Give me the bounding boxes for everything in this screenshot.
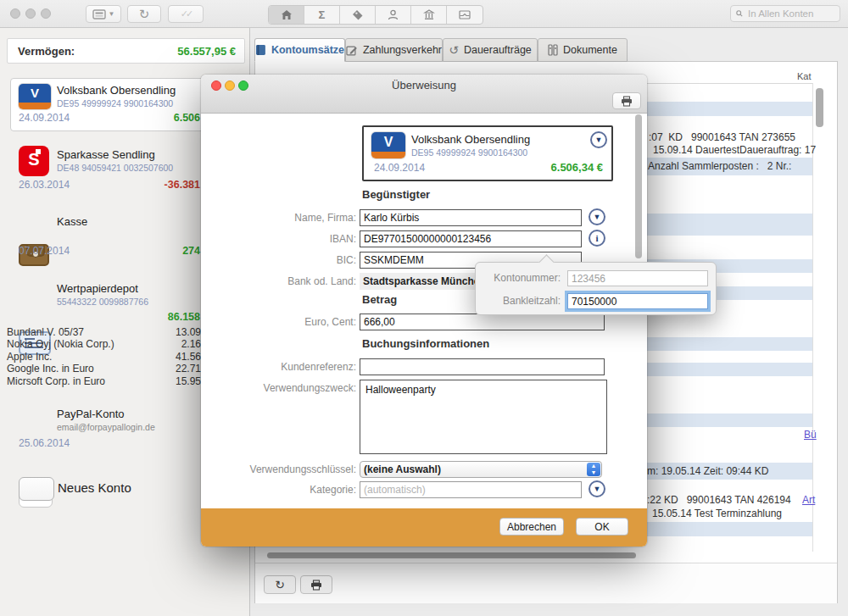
cancel-button[interactable]: Abbrechen bbox=[499, 518, 564, 536]
binder-icon bbox=[548, 44, 558, 56]
segment-mail[interactable] bbox=[447, 6, 483, 24]
refresh-icon: ↻ bbox=[275, 578, 285, 591]
account-date: 24.09.2014 bbox=[19, 112, 70, 124]
name-dropdown-icon[interactable]: ▼ bbox=[589, 208, 605, 225]
stock-value: 2.16 bbox=[150, 338, 201, 350]
tab-label: Dokumente bbox=[563, 44, 617, 56]
kontonummer-label: Kontonummer: bbox=[476, 272, 561, 284]
dialog-print-button[interactable] bbox=[612, 92, 641, 109]
purpose-textarea[interactable] bbox=[360, 380, 607, 454]
book-icon bbox=[255, 44, 266, 56]
tab-dauerauftraege[interactable]: ↺ Daueraufträge bbox=[443, 38, 538, 62]
window-minimize-button[interactable] bbox=[25, 8, 36, 19]
stock-row[interactable]: Google Inc. in Euro bbox=[7, 363, 94, 375]
account-name: Wertpapierdepot bbox=[57, 282, 138, 295]
mark-all-button[interactable]: ✓✓ bbox=[168, 5, 204, 23]
sigma-icon: Σ bbox=[319, 8, 326, 21]
tab-label: Daueraufträge bbox=[464, 44, 532, 56]
dialog-footer: Abbrechen OK bbox=[201, 508, 647, 547]
total-assets-panel: Vermögen: 56.557,95 € bbox=[7, 38, 245, 64]
tab-label: Zahlungsverkehr bbox=[363, 44, 442, 56]
new-transaction-button[interactable]: ▼ bbox=[86, 5, 121, 23]
volksbank-logo-icon: V bbox=[371, 132, 405, 158]
ok-button[interactable]: OK bbox=[576, 518, 628, 536]
field-label: Name, Firma: bbox=[201, 212, 356, 224]
tab-kontoumsaetze[interactable]: Kontoumsätze bbox=[254, 38, 345, 62]
category-link[interactable]: Bü bbox=[804, 429, 817, 441]
purpose-key-select[interactable]: (keine Auswahl) ▲▼ bbox=[360, 461, 602, 478]
segment-banks[interactable] bbox=[411, 6, 447, 24]
double-check-icon: ✓✓ bbox=[181, 8, 191, 19]
source-account-selector[interactable]: V Volksbank Obersendling DE95 49999924 9… bbox=[362, 125, 613, 181]
iban-input[interactable] bbox=[360, 230, 582, 247]
source-account-name: Volksbank Obersendling bbox=[411, 133, 530, 146]
window-zoom-button[interactable] bbox=[41, 8, 51, 19]
bankleitzahl-label: Bankleitzahl: bbox=[476, 295, 561, 307]
tab-dokumente[interactable]: Dokumente bbox=[538, 38, 628, 62]
account-iban: DE48 94059421 0032507600 bbox=[57, 163, 173, 173]
transaction-text: :22 KD 99001643 TAN 426194 bbox=[647, 494, 791, 506]
account-dropdown-icon[interactable]: ▼ bbox=[590, 131, 607, 148]
stock-row[interactable]: Micrsoft Corp. in Euro bbox=[7, 375, 105, 387]
refresh-button[interactable]: ↻ bbox=[127, 5, 161, 23]
field-label: Kategorie: bbox=[201, 484, 356, 496]
account-name: Volksbank Obersendling bbox=[57, 84, 176, 97]
field-label: Bank od. Land: bbox=[201, 275, 356, 287]
category-input[interactable] bbox=[360, 481, 582, 498]
dialog-titlebar: Überweisung bbox=[201, 75, 647, 114]
view-segmented-control: Σ bbox=[268, 5, 483, 25]
stock-value: 13.09 bbox=[150, 326, 201, 338]
category-dropdown-icon[interactable]: ▼ bbox=[589, 480, 605, 497]
account-balance: 86.158 bbox=[76, 311, 200, 323]
transaction-text: m: 19.05.14 Zeit: 09:44 KD bbox=[647, 465, 768, 477]
iban-info-icon[interactable]: i bbox=[589, 230, 605, 247]
horizontal-scrollbar[interactable] bbox=[267, 552, 636, 558]
tab-zahlungsverkehr[interactable]: Zahlungsverkehr bbox=[345, 38, 443, 62]
person-icon bbox=[388, 9, 399, 20]
segment-tags[interactable] bbox=[340, 6, 376, 24]
account-balance: -36.381 bbox=[76, 179, 200, 191]
chevron-down-icon: ▼ bbox=[109, 10, 115, 18]
account-balance: 274 bbox=[76, 245, 200, 257]
category-link[interactable]: Art bbox=[802, 494, 815, 506]
stock-value: 22.71 bbox=[150, 363, 201, 375]
amount-input[interactable] bbox=[360, 314, 605, 330]
refresh-icon: ↻ bbox=[139, 7, 150, 22]
stock-row[interactable]: Apple Inc. bbox=[7, 351, 52, 363]
section-beneficiary: Begünstigter bbox=[362, 188, 430, 201]
stock-row[interactable]: Nokia Oyj (Nokia Corp.) bbox=[7, 338, 114, 350]
stock-value: 41.56 bbox=[150, 351, 201, 363]
transaction-text: Anzahl Sammlerposten : 2 Nr.: bbox=[648, 160, 791, 172]
segment-home[interactable] bbox=[269, 6, 304, 24]
customer-reference-input[interactable] bbox=[360, 358, 605, 375]
beneficiary-name-input[interactable] bbox=[360, 209, 582, 226]
window-close-button[interactable] bbox=[10, 8, 20, 19]
transaction-text: 15.05.14 Test Terminzahlung bbox=[652, 508, 782, 519]
field-label: BIC: bbox=[201, 254, 356, 266]
stock-row[interactable]: Bundanl.V. 05/37 bbox=[7, 326, 84, 338]
tag-icon bbox=[352, 9, 364, 21]
print-list-button[interactable] bbox=[300, 575, 332, 594]
account-email: email@forpaypallogin.de bbox=[57, 422, 155, 432]
account-balance: 6.506 bbox=[76, 112, 200, 124]
stock-value: 15.95 bbox=[150, 375, 201, 387]
segment-contacts[interactable] bbox=[376, 6, 411, 24]
vertical-scrollbar[interactable] bbox=[816, 88, 823, 127]
segment-reports[interactable]: Σ bbox=[304, 6, 340, 24]
window-titlebar: ▼ ↻ ✓✓ Σ bbox=[0, 0, 848, 28]
printer-icon bbox=[310, 580, 322, 591]
section-booking: Buchungsinformationen bbox=[362, 337, 489, 350]
account-date: 26.03.2014 bbox=[19, 179, 70, 191]
refresh-account-button[interactable]: ↻ bbox=[264, 575, 296, 594]
section-amount: Betrag bbox=[362, 293, 397, 306]
banking-app-window: ▼ ↻ ✓✓ Σ bbox=[0, 0, 848, 616]
new-account-icon bbox=[19, 477, 54, 501]
new-account-label: Neues Konto bbox=[58, 480, 131, 495]
kontonummer-input[interactable] bbox=[567, 270, 708, 286]
column-header-kategorie: Kat bbox=[797, 71, 818, 81]
dialog-scrollbar[interactable] bbox=[635, 114, 642, 258]
account-name: Sparkasse Sendling bbox=[57, 148, 155, 161]
account-name: PayPal-Konto bbox=[57, 408, 125, 420]
search-input[interactable] bbox=[746, 8, 834, 19]
bankleitzahl-input[interactable] bbox=[567, 293, 708, 309]
